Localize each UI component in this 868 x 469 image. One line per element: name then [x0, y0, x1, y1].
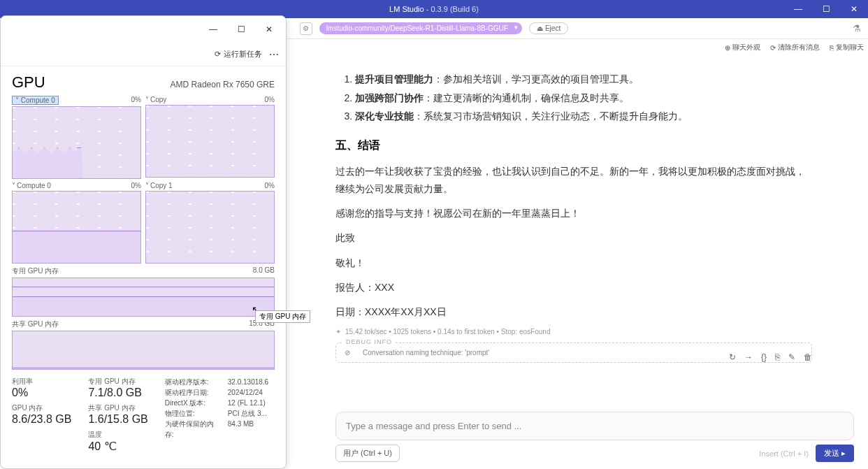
minimize-button[interactable]: —: [199, 19, 227, 40]
gpu-title: GPU: [12, 73, 45, 92]
app-build: (Build 6): [450, 5, 479, 13]
flask-icon[interactable]: ⚗: [853, 23, 861, 34]
app-version: - 0.3.9: [426, 5, 448, 13]
maximize-button[interactable]: ☐: [227, 19, 255, 40]
forward-icon[interactable]: →: [744, 352, 753, 362]
list-item: 深化专业技能：系统复习市场营销知识，关注行业动态，不断提升自身能力。: [355, 107, 812, 126]
paragraph: 感谢您的指导与支持！祝愿公司在新的一年里蒸蒸日上！: [335, 205, 812, 222]
clear-icon: ⟳: [770, 44, 776, 52]
copy-chat-button[interactable]: ⎘复制聊天: [830, 43, 864, 52]
edit-icon[interactable]: ✎: [788, 352, 795, 362]
compute-0b-chart[interactable]: ˅Compute 00%: [12, 182, 141, 264]
input-area: Type a message and press Enter to send .…: [335, 412, 854, 462]
list-item: 提升项目管理能力：参加相关培训，学习更高效的项目管理工具。: [355, 70, 812, 89]
debug-icon: ⊘: [345, 349, 350, 356]
code-icon[interactable]: {}: [761, 352, 767, 362]
app-name: LM Studio: [389, 5, 424, 13]
temp-value: 40 ℃: [88, 440, 147, 453]
copy-icon[interactable]: ⎘: [775, 352, 780, 362]
window-controls: — ☐ ✕: [1, 16, 286, 43]
insert-hint: Insert (Ctrl + I): [759, 449, 809, 458]
eject-button[interactable]: ⏏ Eject: [529, 22, 568, 34]
shared-mem-value: 1.6/15.8 GB: [88, 413, 147, 426]
chevron-down-icon[interactable]: ˅: [12, 182, 15, 189]
gear-icon[interactable]: ⚙: [300, 22, 312, 35]
paragraph: 此致: [335, 229, 812, 247]
maximize-button[interactable]: ☐: [812, 0, 840, 18]
task-manager-window: — ☐ ✕ ⟳ 运行新任务 ⋯ GPU AMD Radeon Rx 7650 G…: [0, 15, 287, 469]
gpu-model: AMD Radeon Rx 7650 GRE: [171, 80, 275, 89]
paragraph: 报告人：XXX: [335, 279, 812, 296]
close-button[interactable]: ✕: [840, 0, 868, 18]
dedicated-mem-value: 7.1/8.0 GB: [88, 387, 147, 399]
message-actions: ↻ → {} ⎘ ✎ 🗑: [729, 352, 812, 362]
paragraph: 过去的一年让我收获了宝贵的经验，也让我认识到自己的不足。新的一年，我将以更加积极…: [335, 163, 812, 198]
tm-toolbar: ⟳ 运行新任务 ⋯: [1, 43, 286, 66]
debug-text: Conversation naming technique: 'prompt': [363, 349, 489, 356]
dedicated-gpu-mem-chart[interactable]: 专用 GPU 内存8.0 GB: [12, 266, 275, 317]
more-icon[interactable]: ⋯: [269, 49, 279, 60]
debug-label: DEBUG INFO: [343, 338, 395, 345]
new-task-button[interactable]: ⟳ 运行新任务: [215, 49, 262, 59]
chevron-down-icon[interactable]: ˅ Compute 0: [12, 96, 59, 105]
minimize-button[interactable]: —: [784, 0, 812, 18]
compute-0-chart[interactable]: ˅ Compute 00%: [12, 96, 141, 179]
token-stats: 15.42 tok/sec • 1025 tokens • 0.14s to f…: [335, 328, 812, 335]
eject-label: Eject: [545, 24, 560, 32]
model-selector[interactable]: lmstudio-community/DeepSeek-R1-Distill-L…: [319, 22, 522, 34]
user-role-button[interactable]: 用户 (Ctrl + U): [335, 445, 400, 462]
refresh-icon[interactable]: ↻: [729, 352, 736, 362]
section-heading: 五、结语: [335, 138, 812, 153]
copy-1-chart[interactable]: ˅Copy 10%: [145, 182, 275, 264]
run-icon: ⟳: [215, 50, 221, 59]
paragraph: 日期：XXXX年XX月XX日: [335, 303, 812, 321]
chevron-down-icon[interactable]: ˅: [145, 96, 149, 103]
gpu-mem-value: 8.6/23.8 GB: [12, 413, 71, 426]
chat-toolbar: ⊕聊天外观 ⟳清除所有消息 ⎘复制聊天: [725, 43, 864, 52]
eject-icon: ⏏: [537, 24, 543, 32]
chevron-down-icon[interactable]: ˅: [145, 182, 149, 189]
close-button[interactable]: ✕: [255, 19, 283, 40]
delete-icon[interactable]: 🗑: [804, 352, 812, 362]
chat-content: 提升项目管理能力：参加相关培训，学习更高效的项目管理工具。 加强跨部门协作：建立…: [294, 63, 854, 420]
shared-gpu-mem-chart[interactable]: 共享 GPU 内存15.8 GB: [12, 319, 275, 370]
gpu-details: 驱动程序版本:32.0.13018.6 驱动程序日期:2024/12/24 Di…: [165, 377, 268, 453]
send-button[interactable]: 发送 ▸: [816, 445, 854, 462]
appearance-icon: ⊕: [725, 44, 730, 52]
tooltip: 专用 GPU 内存: [255, 310, 310, 323]
copy-chart[interactable]: ˅Copy0%: [145, 96, 275, 179]
copy-icon: ⎘: [830, 44, 834, 52]
clear-button[interactable]: ⟳清除所有消息: [770, 43, 820, 52]
paragraph: 敬礼！: [335, 254, 812, 272]
appearance-button[interactable]: ⊕聊天外观: [725, 43, 760, 52]
message-input[interactable]: Type a message and press Enter to send .…: [335, 412, 854, 440]
utilization-value: 0%: [12, 387, 71, 399]
list-item: 加强跨部门协作：建立更清晰的沟通机制，确保信息及时共享。: [355, 89, 812, 108]
